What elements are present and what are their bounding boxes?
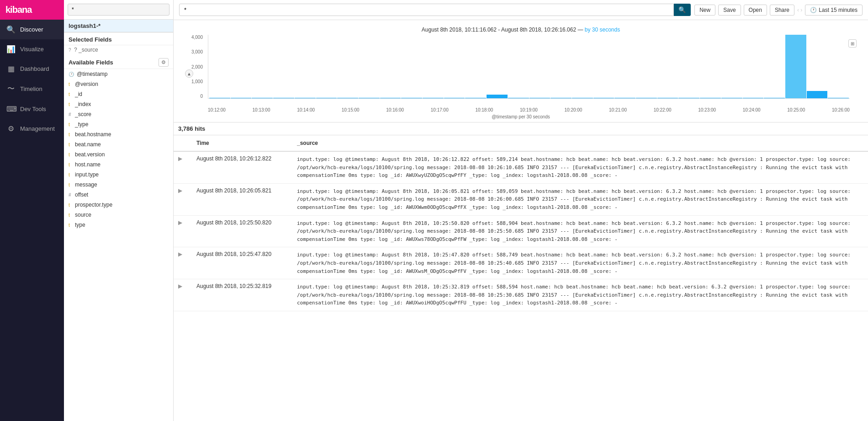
sidebar-item-label: Dashboard bbox=[20, 65, 49, 72]
sidebar-item-label: Timelion bbox=[20, 85, 42, 92]
chart-bar bbox=[273, 98, 294, 98]
field-type-badge: t bbox=[69, 203, 72, 208]
expand-row-button[interactable]: ▶ bbox=[178, 187, 182, 194]
search-button[interactable]: 🔍 bbox=[674, 4, 691, 16]
sidebar-item-devtools[interactable]: ⌨ Dev Tools bbox=[0, 99, 64, 119]
sidebar-item-management[interactable]: ⚙ Management bbox=[0, 119, 64, 139]
sidebar-item-timelion[interactable]: 〜 Timelion bbox=[0, 79, 64, 99]
selected-fields-list: ?? _source bbox=[64, 45, 173, 54]
field-type-badge: t bbox=[69, 182, 72, 187]
chart-bar bbox=[209, 98, 230, 98]
available-fields-gear-button[interactable]: ⚙ bbox=[159, 58, 169, 67]
row-toggle: ▶ bbox=[174, 152, 192, 183]
left-panel: logstash1-* Selected Fields ?? _source A… bbox=[64, 0, 174, 421]
top-bar-actions: New Save Open Share ‹ › 🕐 Last 15 minute… bbox=[694, 5, 863, 16]
field-name: message bbox=[75, 181, 169, 188]
field-name: host.name bbox=[75, 161, 169, 168]
field-item[interactable]: tprospector.type bbox=[64, 200, 173, 210]
field-type-badge: 🕐 bbox=[69, 72, 74, 77]
result-time: August 8th 2018, 10:25:47.820 bbox=[192, 247, 292, 279]
field-item[interactable]: 🕐@timestamp bbox=[64, 69, 173, 79]
main-content: 🔍 New Save Open Share ‹ › 🕐 Last 15 minu… bbox=[174, 0, 868, 421]
field-type-badge: # bbox=[69, 112, 72, 117]
field-item[interactable]: #_score bbox=[64, 109, 173, 119]
chart-plot bbox=[208, 35, 850, 99]
table-row: ▶ August 8th 2018, 10:25:50.820 input.ty… bbox=[174, 216, 868, 248]
field-item[interactable]: tbeat.version bbox=[64, 149, 173, 160]
query-input[interactable] bbox=[179, 4, 674, 16]
field-name: offset bbox=[75, 192, 169, 198]
chart-bar bbox=[316, 98, 337, 98]
x-axis-label: 10:22:00 bbox=[654, 107, 672, 112]
field-item[interactable]: #offset bbox=[64, 190, 173, 200]
field-item[interactable]: tinput.type bbox=[64, 170, 173, 180]
result-time: August 8th 2018, 10:25:32.819 bbox=[192, 279, 292, 311]
field-item[interactable]: ttype bbox=[64, 220, 173, 230]
sidebar-item-visualize[interactable]: 📊 Visualize bbox=[0, 39, 64, 59]
field-name: @version bbox=[75, 81, 169, 87]
results-header-row: Time _source bbox=[174, 135, 868, 152]
sidebar-item-discover[interactable]: 🔍 Discover bbox=[0, 20, 64, 39]
fields-list: 🕐@timestampt@versiont_idt_index#_scoret_… bbox=[64, 69, 173, 421]
field-item[interactable]: tmessage bbox=[64, 180, 173, 190]
chart-expand-button[interactable]: ⊞ bbox=[848, 39, 857, 48]
field-item[interactable]: t@version bbox=[64, 79, 173, 89]
open-button[interactable]: Open bbox=[744, 5, 767, 16]
result-source: input.type: log @timestamp: August 8th 2… bbox=[292, 184, 868, 215]
discover-icon: 🔍 bbox=[6, 25, 16, 34]
time-col-header[interactable]: Time bbox=[192, 138, 292, 148]
source-col-header[interactable]: _source bbox=[292, 138, 868, 148]
field-type-badge: t bbox=[69, 213, 72, 218]
chart-bar bbox=[657, 98, 678, 98]
field-name: ? _source bbox=[74, 47, 98, 53]
field-item[interactable]: tbeat.name bbox=[64, 139, 173, 149]
new-button[interactable]: New bbox=[694, 5, 715, 16]
field-type-badge: t bbox=[69, 122, 72, 127]
hits-count: 3,786 hits bbox=[174, 123, 868, 135]
table-row: ▶ August 8th 2018, 10:25:47.820 input.ty… bbox=[174, 247, 868, 279]
field-name: beat.hostname bbox=[75, 131, 169, 138]
field-item[interactable]: tsourceadd bbox=[64, 210, 173, 220]
field-item[interactable]: thost.name bbox=[64, 160, 173, 170]
x-axis-label: 10:12:00 bbox=[208, 107, 226, 112]
field-item[interactable]: tbeat.hostname bbox=[64, 129, 173, 139]
chart-bar bbox=[636, 98, 657, 98]
expand-row-button[interactable]: ▶ bbox=[178, 155, 182, 162]
field-name: _score bbox=[75, 111, 169, 117]
sidebar-item-dashboard[interactable]: ▦ Dashboard bbox=[0, 59, 64, 79]
expand-row-button[interactable]: ▶ bbox=[178, 251, 182, 257]
sidebar-item-label: Management bbox=[20, 125, 55, 132]
x-axis-label: 10:26:00 bbox=[832, 107, 850, 112]
field-item[interactable]: t_id bbox=[64, 89, 173, 99]
expand-row-button[interactable]: ▶ bbox=[178, 219, 182, 226]
time-picker-button[interactable]: 🕐 Last 15 minutes bbox=[805, 5, 863, 16]
field-type-badge: t bbox=[69, 132, 72, 137]
field-item[interactable]: t_index bbox=[64, 99, 173, 109]
field-type-badge: t bbox=[69, 223, 72, 228]
x-axis-label: 10:14:00 bbox=[297, 107, 315, 112]
chart-bar bbox=[785, 35, 806, 98]
search-input[interactable] bbox=[68, 4, 169, 16]
dashboard-icon: ▦ bbox=[6, 64, 16, 73]
x-axis-label: 10:19:00 bbox=[520, 107, 538, 112]
row-toggle: ▶ bbox=[174, 184, 192, 215]
selected-fields-header: Selected Fields bbox=[64, 32, 173, 45]
chart-bars bbox=[208, 35, 850, 98]
selected-field-item[interactable]: ?? _source bbox=[64, 45, 173, 54]
table-row: ▶ August 8th 2018, 10:26:05.821 input.ty… bbox=[174, 184, 868, 216]
chart-title-link[interactable]: by 30 seconds bbox=[585, 27, 620, 33]
chart-bar bbox=[828, 98, 849, 98]
result-time: August 8th 2018, 10:26:12.822 bbox=[192, 152, 292, 183]
chart-bar bbox=[764, 98, 785, 98]
save-button[interactable]: Save bbox=[718, 5, 741, 16]
field-type-badge: t bbox=[69, 142, 72, 147]
available-fields-header: Available Fields bbox=[69, 59, 113, 66]
index-pattern[interactable]: logstash1-* bbox=[64, 20, 173, 32]
result-source: input.type: log @timestamp: August 8th 2… bbox=[292, 247, 868, 279]
field-item[interactable]: t_type bbox=[64, 119, 173, 129]
x-axis-label: 10:18:00 bbox=[475, 107, 493, 112]
chart-bar bbox=[465, 98, 486, 98]
kibana-logo[interactable]: kibana bbox=[0, 0, 64, 20]
expand-row-button[interactable]: ▶ bbox=[178, 283, 182, 289]
share-button[interactable]: Share bbox=[770, 5, 794, 16]
